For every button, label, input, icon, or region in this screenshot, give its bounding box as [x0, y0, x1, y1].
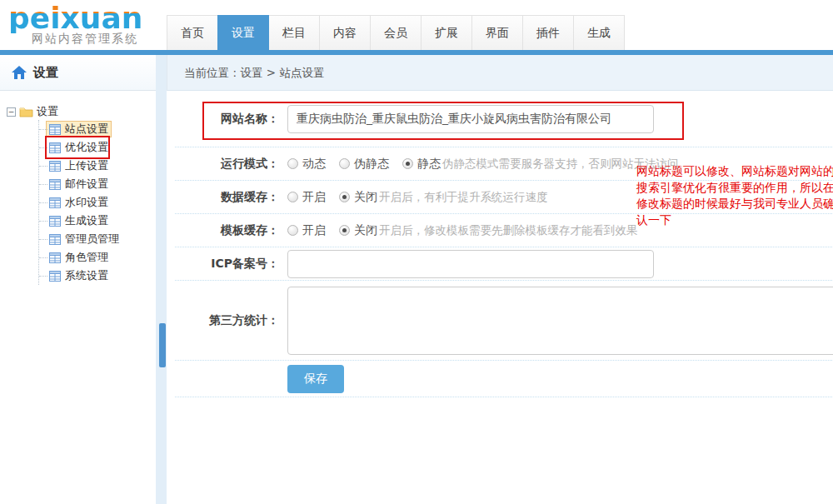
grid-icon	[49, 142, 61, 153]
sidebar: 设置 − 设置	[0, 55, 167, 504]
run-mode-option-dynamic[interactable]: 动态	[287, 157, 326, 172]
sidebar-item-role-management[interactable]: 角色管理	[39, 248, 156, 267]
breadcrumb: 当前位置：设置 > 站点设置	[167, 55, 833, 91]
sidebar-item-seo-settings[interactable]: 优化设置	[39, 138, 156, 157]
sidebar-item-watermark-settings[interactable]: 水印设置	[39, 193, 156, 212]
save-button[interactable]: 保存	[287, 365, 344, 393]
tree-root-label[interactable]: 设置	[37, 104, 58, 119]
form-row-template-cache: 模板缓存： 开启 关闭 开启后，修改模板需要先删除模板缓存才能看到效果	[175, 214, 833, 247]
run-mode-option-pseudo-static[interactable]: 伪静态	[339, 157, 389, 172]
template-cache-note: 开启后，修改模板需要先删除模板缓存才能看到效果	[379, 223, 638, 238]
form-row-save: 保存	[175, 361, 833, 397]
grid-icon	[49, 179, 61, 190]
page: peixuan 网站内容管理系统 首页 设置 栏目 内容 会员 扩展 界面 插件…	[0, 0, 833, 504]
icp-input[interactable]	[287, 250, 654, 278]
site-settings-form: 网站名称： 运行模式： 动态 伪静态	[167, 91, 833, 397]
sidebar-item-label[interactable]: 邮件设置	[65, 177, 108, 192]
run-mode-note: 伪静态模式需要服务器支持，否则网站无法访问	[442, 157, 679, 172]
form-row-run-mode: 运行模式： 动态 伪静态 静态	[175, 147, 833, 181]
radio-checked-icon[interactable]	[339, 225, 350, 236]
sidebar-item-admin-management[interactable]: 管理员管理	[39, 230, 156, 248]
data-cache-option-off[interactable]: 关闭	[339, 190, 377, 205]
sidebar-item-mail-settings[interactable]: 邮件设置	[39, 175, 156, 193]
radio-icon[interactable]	[287, 192, 298, 202]
third-party-stats-textarea[interactable]	[287, 287, 833, 355]
settings-tree: − 设置 站点设置	[0, 91, 156, 285]
radio-icon[interactable]	[287, 225, 298, 236]
sidebar-item-label[interactable]: 上传设置	[65, 158, 108, 173]
grid-icon	[49, 216, 61, 227]
tab-generate[interactable]: 生成	[573, 15, 625, 50]
radio-checked-icon[interactable]	[402, 158, 413, 169]
logo-title: peixuan	[8, 3, 167, 33]
tab-interface[interactable]: 界面	[471, 15, 523, 50]
sidebar-item-label[interactable]: 优化设置	[65, 140, 108, 155]
form-row-data-cache: 数据缓存： 开启 关闭 开启后，有利于提升系统运行速度	[175, 181, 833, 214]
template-cache-label: 模板缓存：	[175, 223, 279, 238]
sidebar-item-label[interactable]: 角色管理	[65, 250, 108, 265]
sidebar-item-label[interactable]: 管理员管理	[65, 232, 119, 247]
site-name-label: 网站名称：	[175, 112, 279, 127]
home-icon	[12, 66, 27, 79]
radio-icon[interactable]	[339, 158, 350, 169]
sidebar-item-upload-settings[interactable]: 上传设置	[39, 157, 156, 175]
icp-label: ICP备案号：	[175, 257, 279, 272]
run-mode-option-static[interactable]: 静态	[402, 157, 441, 172]
radio-checked-icon[interactable]	[339, 192, 350, 202]
sidebar-scrollbar-thumb[interactable]	[159, 323, 166, 367]
third-party-stats-label: 第三方统计：	[175, 313, 279, 328]
template-cache-option-off[interactable]: 关闭	[339, 223, 377, 238]
grid-icon	[49, 252, 61, 263]
template-cache-option-on[interactable]: 开启	[287, 223, 326, 238]
tab-home[interactable]: 首页	[167, 15, 218, 50]
form-row-icp: ICP备案号：	[175, 247, 833, 281]
data-cache-label: 数据缓存：	[175, 190, 279, 205]
grid-icon	[49, 271, 61, 282]
header: peixuan 网站内容管理系统 首页 设置 栏目 内容 会员 扩展 界面 插件…	[0, 0, 833, 50]
main-nav: 首页 设置 栏目 内容 会员 扩展 界面 插件 生成	[167, 15, 624, 50]
sidebar-item-generate-settings[interactable]: 生成设置	[39, 212, 156, 230]
tab-extensions[interactable]: 扩展	[421, 15, 472, 50]
sidebar-title: 设置	[33, 65, 58, 81]
tree-children: 站点设置 优化设置 上传设置	[38, 120, 156, 285]
logo-subtitle: 网站内容管理系统	[32, 32, 167, 47]
sidebar-item-label[interactable]: 站点设置	[65, 122, 108, 137]
sidebar-item-label[interactable]: 生成设置	[65, 213, 108, 228]
radio-icon[interactable]	[287, 158, 298, 169]
grid-icon	[49, 161, 61, 172]
data-cache-option-on[interactable]: 开启	[287, 190, 326, 205]
sidebar-scrollbar[interactable]	[156, 55, 167, 504]
tab-settings[interactable]: 设置	[217, 15, 269, 50]
grid-icon	[49, 124, 61, 135]
form-row-site-name: 网站名称：	[175, 91, 833, 147]
folder-icon	[19, 107, 33, 117]
tree-collapse-icon[interactable]: −	[7, 107, 16, 117]
sidebar-item-system-settings[interactable]: 系统设置	[39, 267, 156, 285]
grid-icon	[49, 197, 61, 208]
main-panel: 当前位置：设置 > 站点设置 网站名称： 运行模式： 动态	[167, 55, 833, 504]
site-name-input[interactable]	[287, 105, 654, 133]
sidebar-item-site-settings[interactable]: 站点设置	[39, 120, 156, 138]
tab-plugins[interactable]: 插件	[522, 15, 574, 50]
sidebar-item-label[interactable]: 水印设置	[65, 195, 108, 210]
tab-members[interactable]: 会员	[370, 15, 421, 50]
tab-content[interactable]: 内容	[319, 15, 371, 50]
grid-icon	[49, 234, 61, 245]
sidebar-header: 设置	[0, 55, 156, 91]
logo: peixuan 网站内容管理系统	[8, 3, 167, 47]
form-row-third-party-stats: 第三方统计：	[175, 281, 833, 361]
run-mode-label: 运行模式：	[175, 157, 279, 172]
sidebar-item-label[interactable]: 系统设置	[65, 268, 108, 283]
tree-root-settings[interactable]: − 设置	[7, 103, 156, 120]
data-cache-note: 开启后，有利于提升系统运行速度	[379, 190, 548, 205]
tab-columns[interactable]: 栏目	[268, 15, 320, 50]
